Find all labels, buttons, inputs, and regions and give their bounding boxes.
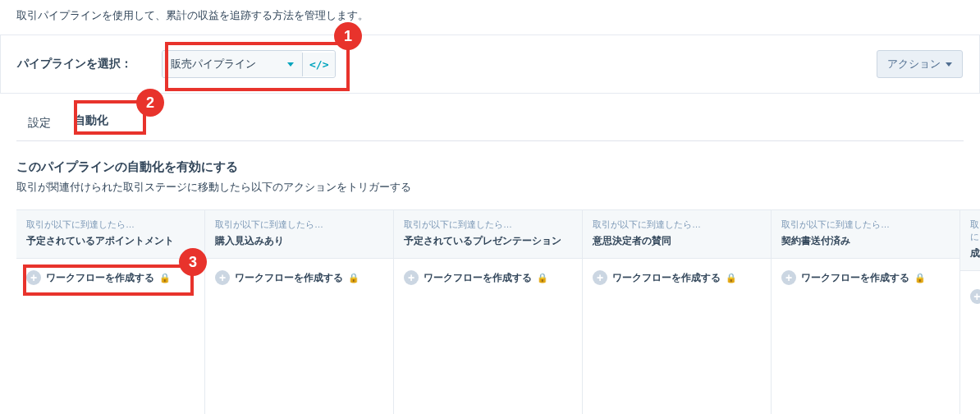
plus-circle-icon: + — [404, 270, 419, 285]
create-workflow-button[interactable]: + ワークフローを作成する 🔒 — [26, 270, 195, 285]
create-workflow-button[interactable]: + ワークフローを作成する 🔒 — [215, 270, 383, 285]
stage-title: 予定されているプレゼンテーション — [404, 234, 572, 248]
create-workflow-label: ワークフローを作成する — [235, 271, 343, 285]
stage-column: 取引が以下に到達したら… 購入見込みあり + ワークフローを作成する 🔒 — [205, 210, 394, 414]
stage-title: 購入見込みあり — [215, 234, 383, 248]
plus-circle-icon: + — [781, 270, 796, 285]
create-workflow-label: ワークフローを作成する — [46, 271, 154, 285]
stage-column: 取引が以下に到達したら… 意思決定者の賛同 + ワークフローを作成する 🔒 — [583, 210, 772, 414]
caret-down-icon — [946, 62, 952, 67]
create-workflow-button[interactable]: + ワーク — [970, 283, 980, 310]
create-workflow-label: ワークフローを作成する — [424, 271, 532, 285]
create-workflow-button[interactable]: + ワークフローを作成する 🔒 — [781, 270, 950, 285]
embed-code-button[interactable]: </> — [302, 53, 335, 76]
stage-pretext: 取引が以下に到達したら… — [404, 218, 572, 231]
stage-header: 取引が以下に到達したら… 契約書送付済み — [772, 210, 959, 259]
highlight-badge-3: 3 — [179, 248, 207, 276]
pipeline-select-group: 販売パイプライン </> — [162, 50, 336, 78]
automation-section-subtitle: 取引が関連付けられた取引ステージに移動したら以下のアクションをトリガーする — [16, 180, 964, 195]
tabs-row: 2 設定 自動化 — [16, 105, 964, 141]
highlight-badge-2: 2 — [136, 89, 164, 117]
stage-column: 取引が以下に到達したら… 予定されているプレゼンテーション + ワークフローを作… — [394, 210, 583, 414]
tab-automation[interactable]: 自動化 — [62, 105, 120, 140]
lock-icon: 🔒 — [726, 273, 737, 283]
stage-header: 取引が以下に到達したら… 予定されているアポイントメント — [16, 210, 204, 259]
stage-pretext: 取引が以下に到達したら… — [26, 218, 195, 231]
stage-title: 予定されているアポイントメント — [26, 234, 195, 248]
stage-header: 取引が以下に到達したら… 予定されているプレゼンテーション — [394, 210, 582, 259]
stage-header: 取引が以下に到達したら… 意思決定者の賛同 — [583, 210, 771, 259]
automation-section-header: このパイプラインの自動化を有効にする 取引が関連付けられた取引ステージに移動した… — [16, 159, 964, 195]
plus-circle-icon: + — [970, 289, 980, 304]
stage-pretext: 取引が以下に到達したら… — [781, 218, 950, 231]
pipeline-selector-bar: 1 パイプラインを選択： 販売パイプライン </> アクション — [0, 34, 980, 94]
actions-button-label: アクション — [887, 57, 941, 71]
stage-row: 3 取引が以下に到達したら… 予定されているアポイントメント + ワークフローを… — [16, 209, 980, 414]
stage-column: 取引が以下に到達したら… 契約書送付済み + ワークフローを作成する 🔒 — [772, 210, 960, 414]
create-workflow-label: ワークフローを作成する — [612, 271, 721, 285]
stage-header: 取引が以下に到達したら… 購入見込みあり — [205, 210, 393, 259]
stage-pretext: 取引が以下に到達したら… — [215, 218, 383, 231]
pipeline-select[interactable]: 販売パイプライン — [163, 51, 302, 77]
automation-section-title: このパイプラインの自動化を有効にする — [16, 159, 964, 175]
plus-circle-icon: + — [215, 270, 230, 285]
pipeline-select-value: 販売パイプライン — [171, 57, 256, 71]
pipeline-select-label: パイプラインを選択： — [17, 57, 132, 71]
create-workflow-button[interactable]: + ワークフローを作成する 🔒 — [593, 270, 761, 285]
stage-pretext: 取引が以下に到達したら… — [593, 218, 761, 231]
stage-header: 取引が以下に 成約 — [960, 210, 980, 271]
stage-column: 取引が以下に 成約 + ワーク — [960, 210, 980, 414]
plus-circle-icon: + — [593, 270, 607, 285]
lock-icon: 🔒 — [159, 273, 171, 283]
tab-settings[interactable]: 設定 — [16, 108, 62, 140]
highlight-badge-1: 1 — [334, 22, 362, 50]
plus-circle-icon: + — [26, 270, 41, 285]
lock-icon: 🔒 — [537, 273, 548, 283]
caret-down-icon — [287, 62, 294, 67]
actions-button[interactable]: アクション — [877, 50, 963, 78]
lock-icon: 🔒 — [914, 273, 926, 283]
stage-title: 契約書送付済み — [781, 234, 950, 248]
stage-pretext: 取引が以下に — [970, 218, 980, 243]
stage-title: 意思決定者の賛同 — [593, 234, 761, 248]
create-workflow-label: ワークフローを作成する — [801, 271, 909, 285]
stage-column: 取引が以下に到達したら… 予定されているアポイントメント + ワークフローを作成… — [16, 210, 205, 414]
create-workflow-button[interactable]: + ワークフローを作成する 🔒 — [404, 270, 572, 285]
intro-text: 取引パイプラインを使用して、累計の収益を追跡する方法を管理します。 — [0, 0, 980, 34]
lock-icon: 🔒 — [348, 273, 359, 283]
stage-title: 成約 — [970, 246, 980, 260]
